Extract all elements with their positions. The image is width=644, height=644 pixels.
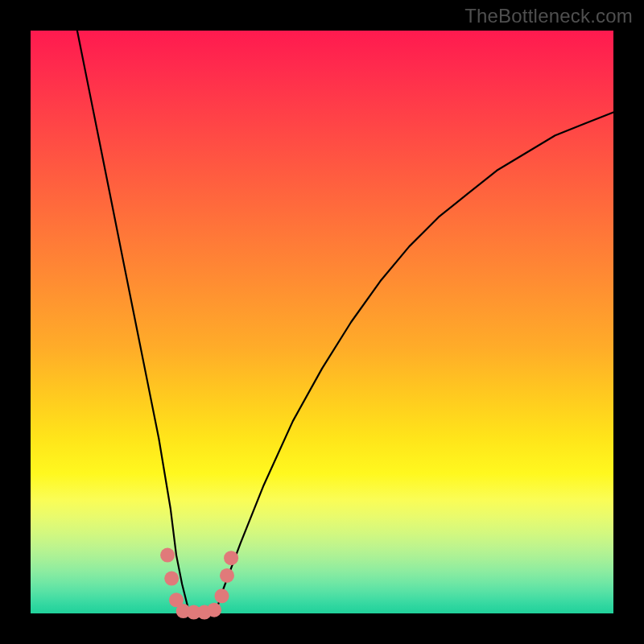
bottleneck-curve [77, 31, 613, 613]
highlight-dot [160, 548, 175, 563]
chart-frame: TheBottleneck.com [0, 0, 644, 644]
highlight-dot [164, 572, 179, 586]
highlight-dots [160, 548, 238, 620]
plot-area [31, 31, 613, 613]
watermark-text: TheBottleneck.com [464, 5, 633, 27]
highlight-dot [220, 568, 234, 583]
highlight-dot [224, 551, 238, 565]
highlight-dot [207, 603, 221, 617]
highlight-dot [215, 588, 229, 603]
curve-svg [31, 31, 613, 613]
